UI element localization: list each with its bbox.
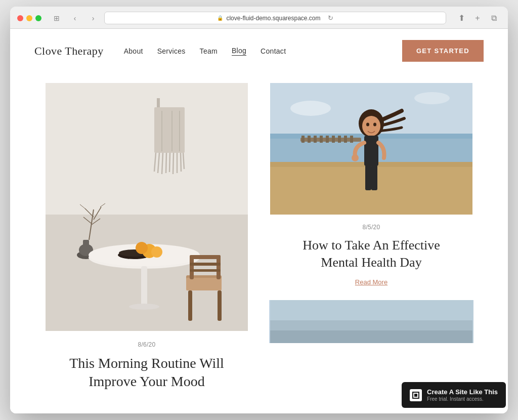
squarespace-badge[interactable]: Create A Site Like This Free trial. Inst… bbox=[402, 382, 506, 408]
blog-image-right[interactable] bbox=[269, 83, 473, 215]
blog-grid: 8/6/20 This Morning Routine WillImprove … bbox=[10, 73, 508, 413]
forward-button[interactable]: › bbox=[86, 13, 100, 24]
browser-window: ⊞ ‹ › 🔒 clove-fluid-demo.squarespace.com… bbox=[10, 7, 508, 413]
blog-post2-date: 8/5/20 bbox=[269, 224, 473, 231]
blog-post1-title: This Morning Routine WillImprove Your Mo… bbox=[45, 354, 249, 391]
svg-rect-29 bbox=[141, 266, 147, 307]
svg-line-15 bbox=[181, 153, 181, 172]
svg-rect-70 bbox=[371, 165, 377, 190]
blog-card-left: 8/6/20 This Morning Routine WillImprove … bbox=[34, 83, 259, 413]
nav-blog[interactable]: Blog bbox=[232, 47, 246, 56]
room-scene-image bbox=[45, 83, 249, 331]
beach-scene-image bbox=[269, 83, 473, 215]
svg-rect-1 bbox=[46, 83, 248, 215]
navigation: Clove Therapy About Services Team Blog C… bbox=[10, 29, 508, 73]
svg-rect-52 bbox=[301, 136, 305, 143]
svg-rect-3 bbox=[157, 98, 160, 108]
nav-contact[interactable]: Contact bbox=[261, 47, 286, 55]
svg-rect-43 bbox=[188, 290, 192, 321]
website-content: Clove Therapy About Services Team Blog C… bbox=[10, 29, 508, 413]
svg-rect-58 bbox=[338, 136, 341, 143]
squarespace-badge-text: Create A Site Like This Free trial. Inst… bbox=[427, 388, 498, 402]
svg-rect-19 bbox=[83, 240, 89, 252]
nav-about[interactable]: About bbox=[124, 47, 143, 55]
svg-rect-59 bbox=[344, 136, 347, 143]
svg-rect-40 bbox=[190, 255, 221, 259]
svg-rect-57 bbox=[332, 136, 335, 143]
svg-point-65 bbox=[366, 123, 369, 127]
traffic-lights bbox=[17, 15, 41, 21]
svg-point-68 bbox=[352, 154, 359, 161]
nav-services[interactable]: Services bbox=[157, 47, 186, 55]
nav-team[interactable]: Team bbox=[200, 47, 218, 55]
share-button[interactable]: ⬆ bbox=[454, 13, 468, 24]
url-text: clove-fluid-demo.squarespace.com bbox=[226, 15, 320, 22]
minimize-button[interactable] bbox=[26, 15, 32, 21]
blog-card-right-bottom bbox=[269, 300, 473, 343]
svg-point-48 bbox=[414, 92, 450, 104]
svg-point-34 bbox=[136, 242, 148, 254]
address-bar[interactable]: 🔒 clove-fluid-demo.squarespace.com ↻ bbox=[104, 12, 446, 24]
svg-rect-4 bbox=[154, 107, 185, 153]
svg-rect-67 bbox=[364, 136, 378, 166]
blog-card-right-column: 8/5/20 How to Take An EffectiveMental He… bbox=[259, 83, 484, 413]
browser-chrome: ⊞ ‹ › 🔒 clove-fluid-demo.squarespace.com… bbox=[10, 7, 508, 29]
svg-point-66 bbox=[373, 123, 376, 127]
blog-image-left[interactable] bbox=[45, 83, 249, 331]
site-logo[interactable]: Clove Therapy bbox=[34, 45, 104, 58]
blog-post2-read-more[interactable]: Read More bbox=[269, 278, 473, 286]
svg-rect-60 bbox=[350, 136, 353, 143]
blog-post1-date: 8/6/20 bbox=[45, 341, 249, 348]
svg-point-35 bbox=[151, 246, 162, 258]
svg-rect-55 bbox=[320, 136, 323, 143]
svg-rect-37 bbox=[186, 278, 222, 290]
svg-rect-42 bbox=[190, 269, 221, 272]
squarespace-logo-icon bbox=[410, 389, 422, 401]
blog-image-bottom-partial[interactable] bbox=[269, 300, 473, 343]
back-button[interactable]: ‹ bbox=[68, 13, 82, 24]
squarespace-badge-subtitle: Free trial. Instant access. bbox=[427, 396, 498, 402]
svg-rect-56 bbox=[326, 136, 329, 143]
lock-icon: 🔒 bbox=[217, 15, 223, 21]
sidebar-toggle-button[interactable]: ⊞ bbox=[50, 13, 64, 24]
nav-links: About Services Team Blog Contact bbox=[124, 47, 286, 56]
svg-point-47 bbox=[290, 101, 331, 116]
svg-point-30 bbox=[129, 304, 159, 310]
svg-line-12 bbox=[169, 153, 170, 172]
blog-card-right-top: 8/5/20 How to Take An EffectiveMental He… bbox=[269, 83, 473, 286]
squarespace-badge-title: Create A Site Like This bbox=[427, 388, 498, 396]
squarespace-icon bbox=[411, 391, 420, 400]
new-tab-button[interactable]: + bbox=[470, 13, 485, 24]
svg-rect-53 bbox=[308, 136, 311, 143]
svg-rect-44 bbox=[218, 290, 222, 321]
svg-line-11 bbox=[166, 153, 166, 173]
maximize-button[interactable] bbox=[35, 15, 41, 21]
get-started-button[interactable]: GET STARTED bbox=[402, 40, 484, 62]
blog-post2-title: How to Take An EffectiveMental Health Da… bbox=[269, 237, 473, 271]
tabs-button[interactable]: ⧉ bbox=[487, 13, 501, 24]
svg-rect-54 bbox=[314, 136, 317, 143]
svg-rect-69 bbox=[365, 165, 371, 190]
close-button[interactable] bbox=[17, 15, 23, 21]
browser-actions: ⬆ + ⧉ bbox=[454, 13, 501, 24]
svg-rect-41 bbox=[190, 263, 221, 266]
svg-rect-73 bbox=[270, 330, 472, 343]
svg-line-13 bbox=[173, 153, 174, 174]
reload-icon[interactable]: ↻ bbox=[328, 14, 333, 22]
